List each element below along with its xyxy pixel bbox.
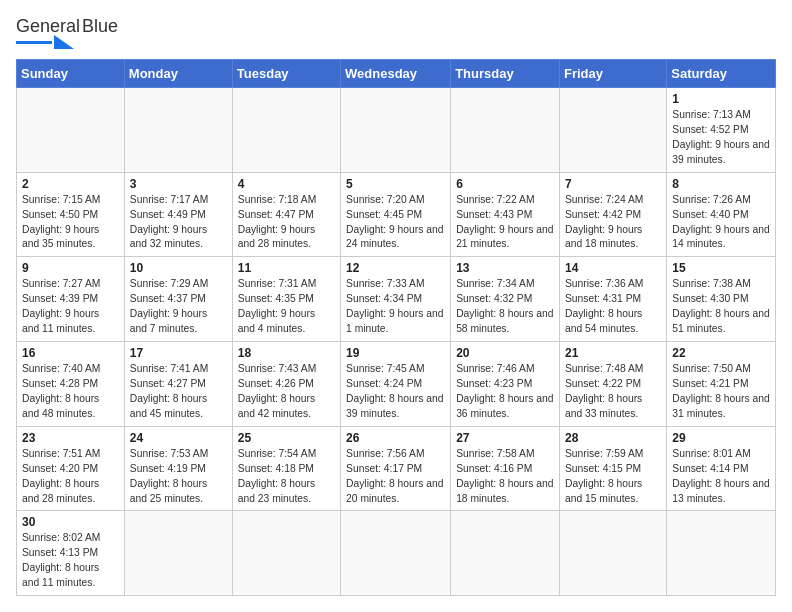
day-cell: 19Sunrise: 7:45 AMSunset: 4:24 PMDayligh… (341, 342, 451, 427)
day-cell: 4Sunrise: 7:18 AMSunset: 4:47 PMDaylight… (232, 172, 340, 257)
day-cell: 14Sunrise: 7:36 AMSunset: 4:31 PMDayligh… (560, 257, 667, 342)
day-cell: 29Sunrise: 8:01 AMSunset: 4:14 PMDayligh… (667, 426, 776, 511)
day-cell: 24Sunrise: 7:53 AMSunset: 4:19 PMDayligh… (124, 426, 232, 511)
day-info: Sunrise: 7:48 AMSunset: 4:22 PMDaylight:… (565, 362, 661, 422)
day-info: Sunrise: 7:22 AMSunset: 4:43 PMDaylight:… (456, 193, 554, 253)
week-row-4: 23Sunrise: 7:51 AMSunset: 4:20 PMDayligh… (17, 426, 776, 511)
day-number: 12 (346, 261, 445, 275)
day-cell: 25Sunrise: 7:54 AMSunset: 4:18 PMDayligh… (232, 426, 340, 511)
day-cell: 27Sunrise: 7:58 AMSunset: 4:16 PMDayligh… (451, 426, 560, 511)
day-number: 20 (456, 346, 554, 360)
day-cell: 7Sunrise: 7:24 AMSunset: 4:42 PMDaylight… (560, 172, 667, 257)
day-number: 25 (238, 431, 335, 445)
day-cell: 15Sunrise: 7:38 AMSunset: 4:30 PMDayligh… (667, 257, 776, 342)
day-cell: 8Sunrise: 7:26 AMSunset: 4:40 PMDaylight… (667, 172, 776, 257)
day-cell (17, 88, 125, 173)
day-info: Sunrise: 7:33 AMSunset: 4:34 PMDaylight:… (346, 277, 445, 337)
day-info: Sunrise: 7:27 AMSunset: 4:39 PMDaylight:… (22, 277, 119, 337)
logo-general: General (16, 16, 80, 37)
day-number: 3 (130, 177, 227, 191)
calendar-table: SundayMondayTuesdayWednesdayThursdayFrid… (16, 59, 776, 596)
day-info: Sunrise: 8:02 AMSunset: 4:13 PMDaylight:… (22, 531, 119, 591)
day-cell: 17Sunrise: 7:41 AMSunset: 4:27 PMDayligh… (124, 342, 232, 427)
day-cell (451, 88, 560, 173)
day-info: Sunrise: 7:56 AMSunset: 4:17 PMDaylight:… (346, 447, 445, 507)
day-info: Sunrise: 7:40 AMSunset: 4:28 PMDaylight:… (22, 362, 119, 422)
day-cell: 11Sunrise: 7:31 AMSunset: 4:35 PMDayligh… (232, 257, 340, 342)
day-info: Sunrise: 7:31 AMSunset: 4:35 PMDaylight:… (238, 277, 335, 337)
day-info: Sunrise: 7:34 AMSunset: 4:32 PMDaylight:… (456, 277, 554, 337)
day-cell (124, 511, 232, 596)
logo-blue: Blue (82, 16, 118, 37)
day-cell: 28Sunrise: 7:59 AMSunset: 4:15 PMDayligh… (560, 426, 667, 511)
day-info: Sunrise: 7:43 AMSunset: 4:26 PMDaylight:… (238, 362, 335, 422)
day-cell: 2Sunrise: 7:15 AMSunset: 4:50 PMDaylight… (17, 172, 125, 257)
header-cell-friday: Friday (560, 60, 667, 88)
day-cell (667, 511, 776, 596)
day-info: Sunrise: 7:24 AMSunset: 4:42 PMDaylight:… (565, 193, 661, 253)
day-cell: 10Sunrise: 7:29 AMSunset: 4:37 PMDayligh… (124, 257, 232, 342)
day-number: 4 (238, 177, 335, 191)
week-row-5: 30Sunrise: 8:02 AMSunset: 4:13 PMDayligh… (17, 511, 776, 596)
day-info: Sunrise: 7:18 AMSunset: 4:47 PMDaylight:… (238, 193, 335, 253)
day-number: 17 (130, 346, 227, 360)
day-info: Sunrise: 8:01 AMSunset: 4:14 PMDaylight:… (672, 447, 770, 507)
day-number: 24 (130, 431, 227, 445)
day-info: Sunrise: 7:59 AMSunset: 4:15 PMDaylight:… (565, 447, 661, 507)
day-info: Sunrise: 7:38 AMSunset: 4:30 PMDaylight:… (672, 277, 770, 337)
day-number: 6 (456, 177, 554, 191)
day-number: 22 (672, 346, 770, 360)
day-info: Sunrise: 7:45 AMSunset: 4:24 PMDaylight:… (346, 362, 445, 422)
week-row-0: 1Sunrise: 7:13 AMSunset: 4:52 PMDaylight… (17, 88, 776, 173)
calendar-body: 1Sunrise: 7:13 AMSunset: 4:52 PMDaylight… (17, 88, 776, 596)
day-number: 26 (346, 431, 445, 445)
day-number: 19 (346, 346, 445, 360)
day-cell: 18Sunrise: 7:43 AMSunset: 4:26 PMDayligh… (232, 342, 340, 427)
day-info: Sunrise: 7:58 AMSunset: 4:16 PMDaylight:… (456, 447, 554, 507)
day-cell (124, 88, 232, 173)
day-cell (341, 511, 451, 596)
day-number: 14 (565, 261, 661, 275)
day-number: 27 (456, 431, 554, 445)
day-cell: 5Sunrise: 7:20 AMSunset: 4:45 PMDaylight… (341, 172, 451, 257)
day-number: 11 (238, 261, 335, 275)
day-info: Sunrise: 7:13 AMSunset: 4:52 PMDaylight:… (672, 108, 770, 168)
logo: General Blue (16, 16, 118, 49)
day-cell: 22Sunrise: 7:50 AMSunset: 4:21 PMDayligh… (667, 342, 776, 427)
day-number: 5 (346, 177, 445, 191)
week-row-3: 16Sunrise: 7:40 AMSunset: 4:28 PMDayligh… (17, 342, 776, 427)
day-number: 13 (456, 261, 554, 275)
day-cell: 20Sunrise: 7:46 AMSunset: 4:23 PMDayligh… (451, 342, 560, 427)
header: General Blue (16, 16, 776, 49)
day-info: Sunrise: 7:15 AMSunset: 4:50 PMDaylight:… (22, 193, 119, 253)
day-info: Sunrise: 7:50 AMSunset: 4:21 PMDaylight:… (672, 362, 770, 422)
day-cell: 9Sunrise: 7:27 AMSunset: 4:39 PMDaylight… (17, 257, 125, 342)
day-info: Sunrise: 7:17 AMSunset: 4:49 PMDaylight:… (130, 193, 227, 253)
header-cell-wednesday: Wednesday (341, 60, 451, 88)
day-cell: 6Sunrise: 7:22 AMSunset: 4:43 PMDaylight… (451, 172, 560, 257)
day-number: 30 (22, 515, 119, 529)
day-number: 29 (672, 431, 770, 445)
day-info: Sunrise: 7:51 AMSunset: 4:20 PMDaylight:… (22, 447, 119, 507)
day-number: 18 (238, 346, 335, 360)
day-number: 23 (22, 431, 119, 445)
day-info: Sunrise: 7:54 AMSunset: 4:18 PMDaylight:… (238, 447, 335, 507)
day-number: 21 (565, 346, 661, 360)
week-row-1: 2Sunrise: 7:15 AMSunset: 4:50 PMDaylight… (17, 172, 776, 257)
day-info: Sunrise: 7:29 AMSunset: 4:37 PMDaylight:… (130, 277, 227, 337)
day-cell (560, 88, 667, 173)
day-number: 10 (130, 261, 227, 275)
day-cell: 1Sunrise: 7:13 AMSunset: 4:52 PMDaylight… (667, 88, 776, 173)
day-cell (451, 511, 560, 596)
day-cell: 16Sunrise: 7:40 AMSunset: 4:28 PMDayligh… (17, 342, 125, 427)
day-info: Sunrise: 7:36 AMSunset: 4:31 PMDaylight:… (565, 277, 661, 337)
header-cell-thursday: Thursday (451, 60, 560, 88)
day-cell: 23Sunrise: 7:51 AMSunset: 4:20 PMDayligh… (17, 426, 125, 511)
day-cell (341, 88, 451, 173)
day-number: 8 (672, 177, 770, 191)
day-cell: 3Sunrise: 7:17 AMSunset: 4:49 PMDaylight… (124, 172, 232, 257)
day-cell: 12Sunrise: 7:33 AMSunset: 4:34 PMDayligh… (341, 257, 451, 342)
day-cell: 30Sunrise: 8:02 AMSunset: 4:13 PMDayligh… (17, 511, 125, 596)
header-cell-tuesday: Tuesday (232, 60, 340, 88)
header-row: SundayMondayTuesdayWednesdayThursdayFrid… (17, 60, 776, 88)
